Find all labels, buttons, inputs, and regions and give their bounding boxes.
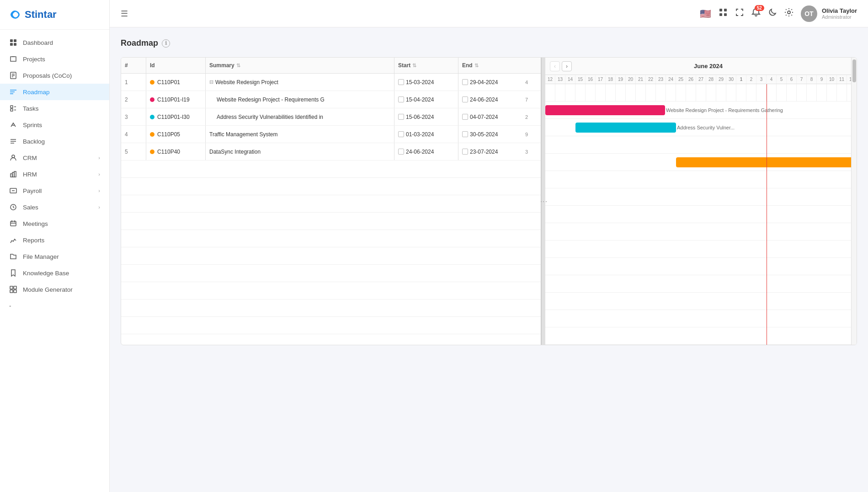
next-period-button[interactable]: ›	[562, 61, 572, 71]
sidebar-item-more[interactable]: -	[0, 298, 109, 314]
sidebar-item-sprints[interactable]: Sprints	[0, 117, 109, 133]
gantt-scrollbar-thumb[interactable]	[852, 59, 856, 82]
sidebar-item-roadmap[interactable]: Roadmap	[0, 84, 109, 100]
row-summary: ⊟ Website Redesign Project	[206, 74, 394, 91]
start-checkbox[interactable]	[398, 149, 404, 155]
gantt-bar-pink[interactable]	[545, 105, 665, 115]
start-checkbox[interactable]	[398, 131, 404, 137]
sidebar-item-label: Backlog	[23, 138, 45, 145]
drag-divider[interactable]: ⋮	[542, 58, 545, 345]
gantt-day-cell	[797, 84, 807, 101]
end-checkbox[interactable]	[462, 114, 468, 120]
svg-rect-2	[10, 43, 13, 46]
end-checkbox[interactable]	[462, 96, 468, 102]
day-col: 22	[646, 75, 656, 84]
user-menu[interactable]: OT Olivia Taylor Administrator	[801, 5, 857, 22]
gantt-bar-outside-label: Address Security Vulner...	[677, 125, 735, 130]
sidebar-item-hrm[interactable]: HRM ›	[0, 166, 109, 182]
gantt-day-cell	[807, 84, 817, 101]
hrm-arrow: ›	[98, 171, 100, 177]
settings-icon[interactable]	[784, 8, 793, 19]
gantt-chart-row	[545, 84, 857, 102]
table-row: 1 C110P01 ⊟ Website Redesign Project 15-…	[121, 74, 541, 91]
backlog-icon	[9, 138, 17, 145]
end-checkbox[interactable]	[462, 79, 468, 85]
svg-rect-28	[14, 286, 16, 289]
gantt-day-cell	[736, 84, 746, 101]
gantt-bar-cyan[interactable]	[575, 123, 676, 133]
day-col: 27	[696, 75, 706, 84]
expand-icon[interactable]: ⊟	[209, 79, 213, 85]
svg-rect-27	[10, 286, 13, 289]
sidebar-item-proposals[interactable]: Proposals (CoCo)	[0, 67, 109, 84]
user-details: Olivia Taylor Administrator	[822, 7, 857, 20]
day-col: 18	[606, 75, 616, 84]
sidebar-item-meetings[interactable]: Meetings	[0, 215, 109, 232]
day-col: 7	[797, 75, 807, 84]
user-name: Olivia Taylor	[822, 7, 857, 14]
info-icon[interactable]: ℹ	[162, 39, 170, 48]
main-area: ☰ 🇺🇸 52	[110, 0, 868, 492]
svg-rect-34	[724, 13, 727, 16]
day-col: 23	[656, 75, 666, 84]
sidebar-item-knowledge-base[interactable]: Knowledge Base	[0, 265, 109, 281]
sidebar-item-label: Dashboard	[23, 39, 53, 46]
sidebar-item-label: Payroll	[23, 187, 42, 194]
gantt-day-cell	[726, 84, 736, 101]
gantt-day-cell	[686, 84, 696, 101]
gantt-chart-area: Website Redesign Project - Requirements …	[545, 84, 857, 345]
gantt-header: # Id Summary ⇅ Start ⇅ End ⇅	[121, 58, 541, 74]
dark-mode-icon[interactable]	[768, 8, 777, 19]
sidebar-item-module-generator[interactable]: Module Generator	[0, 281, 109, 298]
row-end: 23-07-2024	[458, 143, 522, 160]
end-checkbox[interactable]	[462, 131, 468, 137]
sidebar-item-tasks[interactable]: Tasks	[0, 100, 109, 117]
col-summary-header: Summary ⇅	[206, 58, 394, 73]
sidebar-item-projects[interactable]: Projects	[0, 51, 109, 67]
end-checkbox[interactable]	[462, 149, 468, 155]
gantt-pane: ‹ › June 2024 12 13 14 15 16 17	[545, 58, 857, 345]
sidebar-item-reports[interactable]: Reports	[0, 232, 109, 248]
col-extra-header	[522, 58, 541, 73]
svg-rect-0	[10, 39, 13, 42]
end-sort-icon[interactable]: ⇅	[474, 63, 479, 69]
fullscreen-icon[interactable]	[735, 8, 744, 19]
status-dot	[150, 150, 154, 154]
row-id: C110P40	[146, 143, 206, 160]
sidebar-item-dashboard[interactable]: Dashboard	[0, 34, 109, 51]
gantt-nav-bar: ‹ › June 2024	[545, 58, 857, 75]
col-id-header: Id	[146, 58, 206, 73]
sidebar-item-label: Roadmap	[23, 89, 50, 96]
hamburger-button[interactable]: ☰	[121, 9, 128, 19]
gantt-day-cell	[746, 84, 756, 101]
row-start: 15-03-2024	[394, 74, 458, 91]
svg-rect-9	[11, 109, 13, 111]
start-checkbox[interactable]	[398, 96, 404, 102]
table-row-empty	[121, 213, 541, 230]
table-row: 3 C110P01-I30 Address Security Vulnerabi…	[121, 108, 541, 126]
gantt-scrollbar[interactable]	[851, 58, 857, 345]
sidebar-item-backlog[interactable]: Backlog	[0, 133, 109, 150]
row-summary: DataSync Integration	[206, 143, 394, 160]
gantt-day-cell	[767, 84, 777, 101]
language-flag[interactable]: 🇺🇸	[700, 8, 711, 19]
sidebar-item-sales[interactable]: Sales ›	[0, 199, 109, 215]
sidebar-item-crm[interactable]: CRM ›	[0, 150, 109, 166]
sidebar-item-file-manager[interactable]: File Manager	[0, 248, 109, 265]
sort-icon[interactable]: ⇅	[236, 63, 240, 69]
apps-icon[interactable]	[719, 8, 728, 19]
header: ☰ 🇺🇸 52	[110, 0, 868, 27]
prev-period-button[interactable]: ‹	[550, 61, 560, 71]
start-checkbox[interactable]	[398, 114, 404, 120]
table-row-empty	[121, 317, 541, 334]
gantt-chart-row-empty	[545, 310, 857, 327]
sidebar-item-payroll[interactable]: Payroll ›	[0, 182, 109, 199]
sidebar-item-label: HRM	[23, 171, 37, 178]
sidebar-item-label: Tasks	[23, 105, 39, 112]
day-col: 17	[596, 75, 606, 84]
start-checkbox[interactable]	[398, 79, 404, 85]
table-row-empty	[121, 160, 541, 178]
start-sort-icon[interactable]: ⇅	[412, 63, 416, 69]
row-num: 3	[121, 108, 146, 125]
notifications-icon[interactable]: 52	[751, 8, 761, 19]
